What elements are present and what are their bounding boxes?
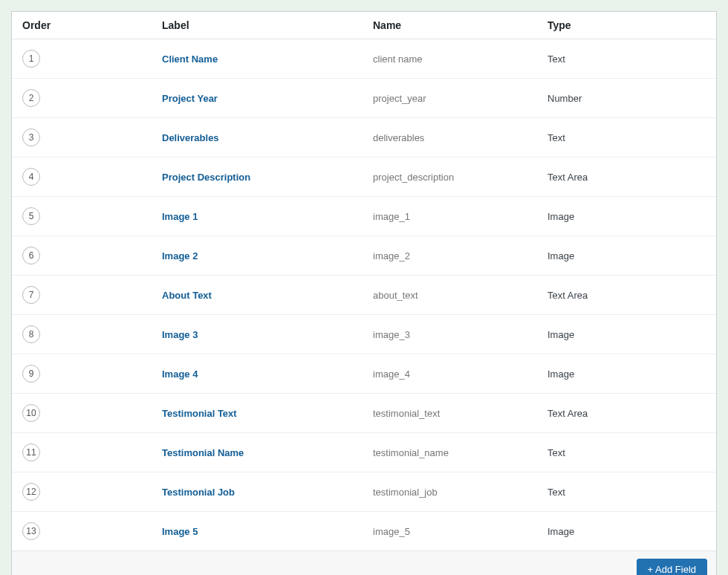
field-label-link[interactable]: About Text <box>162 290 212 301</box>
header-type: Type <box>547 19 706 31</box>
header-name: Name <box>373 19 547 31</box>
field-label-link[interactable]: Image 2 <box>162 250 198 261</box>
field-type: Text Area <box>547 172 706 183</box>
table-row[interactable]: 10Testimonial Texttestimonial_textText A… <box>12 394 716 433</box>
field-type: Text <box>547 53 706 65</box>
table-header: Order Label Name Type <box>12 12 716 39</box>
header-order: Order <box>22 19 162 31</box>
field-label-link[interactable]: Testimonial Text <box>162 408 237 419</box>
field-type: Image <box>547 368 706 380</box>
table-row[interactable]: 1Client Nameclient nameText <box>12 39 716 79</box>
field-label-link[interactable]: Testimonial Job <box>162 487 235 498</box>
order-badge[interactable]: 12 <box>22 483 40 501</box>
field-label-link[interactable]: Project Year <box>162 93 218 104</box>
field-type: Image <box>547 211 706 222</box>
field-label-link[interactable]: Image 1 <box>162 211 198 222</box>
field-type: Text Area <box>547 408 706 419</box>
field-name: image_2 <box>373 250 547 261</box>
table-row[interactable]: 9Image 4image_4Image <box>12 354 716 394</box>
field-name: about_text <box>373 290 547 301</box>
order-badge[interactable]: 7 <box>22 286 40 304</box>
panel-footer: + Add Field <box>12 551 716 575</box>
field-name: deliverables <box>373 132 547 143</box>
field-label-link[interactable]: Image 4 <box>162 368 198 380</box>
field-type: Text <box>547 487 706 498</box>
field-type: Number <box>547 93 706 104</box>
table-row[interactable]: 4Project Descriptionproject_descriptionT… <box>12 157 716 197</box>
field-name: testimonial_text <box>373 408 547 419</box>
table-body: 1Client Nameclient nameText2Project Year… <box>12 39 716 551</box>
field-label-link[interactable]: Image 3 <box>162 329 198 340</box>
table-row[interactable]: 7About Textabout_textText Area <box>12 276 716 315</box>
table-row[interactable]: 6Image 2image_2Image <box>12 236 716 276</box>
field-label-link[interactable]: Testimonial Name <box>162 447 244 458</box>
field-name: image_4 <box>373 368 547 380</box>
table-row[interactable]: 13Image 5image_5Image <box>12 512 716 551</box>
order-badge[interactable]: 13 <box>22 522 40 540</box>
field-type: Image <box>547 329 706 340</box>
field-name: testimonial_job <box>373 487 547 498</box>
fields-panel: Order Label Name Type 1Client Nameclient… <box>11 11 717 575</box>
order-badge[interactable]: 3 <box>22 129 40 146</box>
field-name: project_year <box>373 93 547 104</box>
field-label-link[interactable]: Deliverables <box>162 132 219 143</box>
field-label-link[interactable]: Image 5 <box>162 526 198 537</box>
table-row[interactable]: 3DeliverablesdeliverablesText <box>12 118 716 157</box>
header-label: Label <box>162 19 373 31</box>
field-name: image_1 <box>373 211 547 222</box>
field-type: Text <box>547 447 706 458</box>
table-row[interactable]: 8Image 3image_3Image <box>12 315 716 354</box>
order-badge[interactable]: 6 <box>22 247 40 264</box>
order-badge[interactable]: 9 <box>22 365 40 383</box>
field-name: image_3 <box>373 329 547 340</box>
field-type: Text <box>547 132 706 143</box>
field-name: project_description <box>373 172 547 183</box>
table-row[interactable]: 5Image 1image_1Image <box>12 197 716 236</box>
field-type: Text Area <box>547 290 706 301</box>
table-row[interactable]: 2Project Yearproject_yearNumber <box>12 79 716 118</box>
order-badge[interactable]: 10 <box>22 404 40 422</box>
field-label-link[interactable]: Client Name <box>162 53 218 65</box>
table-row[interactable]: 11Testimonial Nametestimonial_nameText <box>12 433 716 472</box>
field-name: image_5 <box>373 526 547 537</box>
field-type: Image <box>547 250 706 261</box>
table-row[interactable]: 12Testimonial Jobtestimonial_jobText <box>12 472 716 512</box>
field-name: client name <box>373 53 547 65</box>
order-badge[interactable]: 4 <box>22 168 40 186</box>
order-badge[interactable]: 2 <box>22 89 40 107</box>
field-type: Image <box>547 526 706 537</box>
order-badge[interactable]: 11 <box>22 444 40 461</box>
add-field-button[interactable]: + Add Field <box>637 559 707 575</box>
order-badge[interactable]: 5 <box>22 207 40 225</box>
order-badge[interactable]: 1 <box>22 50 40 68</box>
order-badge[interactable]: 8 <box>22 325 40 343</box>
field-label-link[interactable]: Project Description <box>162 172 250 183</box>
field-name: testimonial_name <box>373 447 547 458</box>
